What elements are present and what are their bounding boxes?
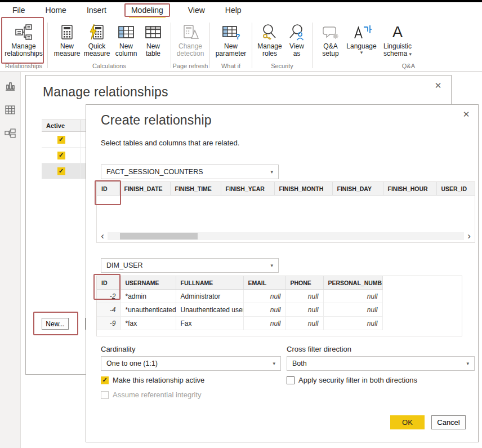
group-label-what-if: What if [210, 63, 252, 71]
active-checkbox[interactable]: ✓ [57, 136, 65, 144]
manage-roles-button[interactable]: Manage roles [255, 21, 284, 58]
manage-relationships-button[interactable]: Manage relationships [1, 21, 46, 58]
to-table-dropdown[interactable]: DIM_USER ▾ [101, 258, 279, 273]
cross-filter-dropdown[interactable]: Both ▾ [287, 356, 475, 371]
linguistic-schema-text: Linguistic schema [383, 42, 412, 57]
cell-username: *unauthenticated [120, 303, 176, 317]
model-view-icon[interactable] [4, 127, 16, 140]
cell-phone: null [285, 290, 323, 303]
language-icon [351, 21, 372, 43]
scroll-right-icon[interactable]: › [465, 231, 473, 241]
unchecked-checkbox-icon[interactable] [287, 376, 294, 384]
make-relationship-active-checkbox-row[interactable]: ✓ Make this relationship active [101, 376, 204, 384]
from-table-header-row: ID FINISH_DATE FINISH_TIME FINISH_YEAR F… [97, 182, 475, 196]
data-view-icon[interactable] [4, 104, 16, 116]
cell-fullname: Unauthenticated user [176, 303, 243, 317]
cross-filter-label: Cross filter direction [287, 345, 351, 353]
manage-dialog-title: Manage relationships [43, 85, 168, 100]
column-header-fullname[interactable]: FULLNAME [176, 276, 243, 290]
apply-security-filter-label: Apply security filter in both directions [298, 376, 417, 384]
manage-roles-label: Manage roles [256, 43, 283, 57]
column-header-finish-hour[interactable]: FINISH_HOUR [383, 182, 436, 196]
column-header-finish-month[interactable]: FINISH_MONTH [274, 182, 332, 196]
cell-personal-number: null [323, 317, 382, 330]
assume-referential-integrity-checkbox-row: Assume referential integrity [101, 391, 202, 399]
column-header-username[interactable]: USERNAME [120, 276, 176, 290]
scroll-left-icon[interactable]: ‹ [99, 231, 106, 241]
cell-id: -2 [97, 290, 120, 303]
linguistic-schema-button[interactable]: A Linguistic schema ▾ [379, 21, 416, 58]
cancel-button[interactable]: Cancel [431, 415, 466, 429]
scrollbar-thumb[interactable] [120, 233, 198, 239]
quick-measure-button[interactable]: Quick measure [82, 21, 112, 58]
cell-username: *admin [120, 290, 176, 303]
cell-id: -4 [97, 303, 120, 317]
create-dialog-title: Create relationship [101, 113, 212, 128]
new-table-button[interactable]: New table [140, 21, 166, 58]
new-measure-label: New measure [53, 43, 81, 57]
new-measure-button[interactable]: New measure [52, 21, 82, 58]
language-button[interactable]: Language ▾ [344, 21, 379, 56]
cell-personal-number: null [323, 290, 382, 303]
ribbon-group-relationships: Manage relationships Relationships [0, 18, 47, 71]
menu-modeling[interactable]: Modeling [124, 3, 170, 17]
cell-fullname: Fax [176, 317, 243, 330]
view-as-icon [288, 21, 306, 43]
horizontal-scrollbar[interactable]: ‹ › [97, 230, 475, 242]
ribbon: Manage relationships Relationships [0, 18, 482, 72]
column-header-finish-day[interactable]: FINISH_DAY [332, 182, 383, 196]
column-header-finish-date[interactable]: FINISH_DATE [119, 182, 170, 196]
column-header-email[interactable]: EMAIL [243, 276, 285, 290]
active-checkbox[interactable]: ✓ [57, 152, 65, 159]
new-column-icon [117, 21, 135, 43]
column-header-finish-year[interactable]: FINISH_YEAR [221, 182, 274, 196]
close-icon[interactable]: ✕ [432, 79, 444, 92]
report-view-icon[interactable] [4, 80, 16, 92]
view-as-button[interactable]: View as [284, 21, 309, 58]
column-header-user-id[interactable]: USER_ID [436, 182, 475, 196]
cell-id: -9 [97, 317, 120, 330]
column-header-id[interactable]: ID [97, 276, 120, 290]
new-parameter-icon: ? [221, 21, 240, 43]
group-label-page-refresh: Page refresh [171, 63, 209, 71]
apply-security-filter-checkbox-row[interactable]: Apply security filter in both directions [287, 376, 417, 384]
assume-referential-integrity-label: Assume referential integrity [113, 391, 202, 399]
menu-home[interactable]: Home [43, 4, 69, 16]
change-detection-icon [181, 21, 199, 43]
to-table-value: DIM_USER [106, 261, 143, 269]
active-checkbox[interactable]: ✓ [57, 167, 65, 175]
scrollbar-track[interactable] [108, 232, 464, 240]
new-parameter-button[interactable]: ? New parameter [213, 21, 249, 58]
cardinality-dropdown[interactable]: One to one (1:1) ▾ [101, 356, 281, 371]
chevron-down-icon: ▾ [466, 361, 469, 366]
menu-view[interactable]: View [186, 4, 207, 16]
cell-username: *fax [120, 317, 176, 330]
column-header-personal-number[interactable]: PERSONAL_NUMBER [323, 276, 382, 290]
disabled-checkbox-icon [101, 391, 109, 399]
column-header-phone[interactable]: PHONE [285, 276, 323, 290]
column-header-id[interactable]: ID [97, 182, 119, 196]
cell-fullname: Administrator [176, 290, 243, 303]
new-column-button[interactable]: New column [112, 21, 140, 58]
ribbon-group-security: Manage roles View as [252, 18, 312, 71]
checked-checkbox-icon[interactable]: ✓ [101, 376, 109, 384]
qa-setup-button[interactable]: Q&A setup [317, 21, 344, 58]
from-table-dropdown[interactable]: FACT_SESSION_COUNTERS ▾ [101, 165, 279, 179]
new-table-label: New table [141, 43, 165, 57]
new-relationship-button[interactable]: New... [42, 318, 69, 330]
menu-help[interactable]: Help [223, 4, 244, 16]
cell-email: null [243, 303, 285, 317]
menu-file[interactable]: File [10, 4, 28, 16]
view-as-label: View as [285, 43, 308, 57]
chevron-down-icon: ▾ [273, 361, 275, 366]
table-row: -9 *fax Fax null null null [97, 317, 382, 330]
column-header-finish-time[interactable]: FINISH_TIME [170, 182, 221, 196]
table-row: -2 *admin Administrator null null null [97, 290, 382, 303]
ok-button[interactable]: OK [390, 415, 425, 429]
close-icon[interactable]: ✕ [460, 108, 472, 121]
to-table-preview: ID USERNAME FULLNAME EMAIL PHONE PERSONA… [96, 276, 462, 336]
manage-relationships-icon [14, 21, 33, 43]
group-label-calculations: Calculations [48, 63, 171, 71]
menu-insert[interactable]: Insert [84, 4, 109, 16]
quick-measure-label: Quick measure [83, 43, 111, 57]
